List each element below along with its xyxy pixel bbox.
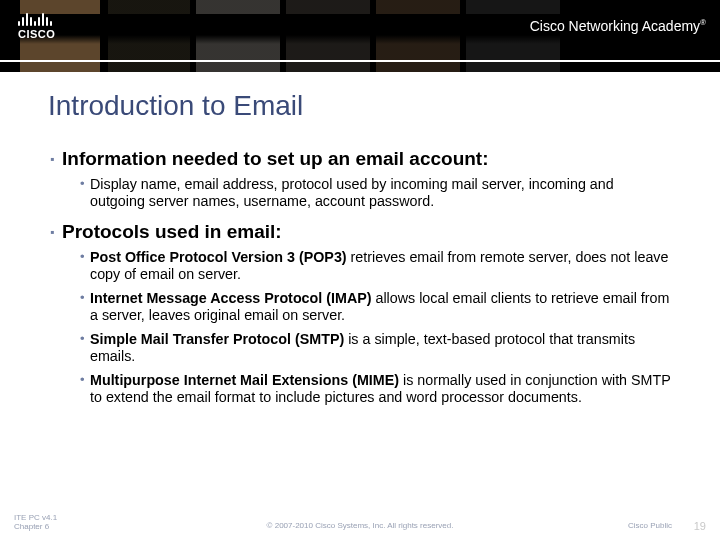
brand-title: Cisco Networking Academy® <box>530 18 706 34</box>
list-item: •Multipurpose Internet Mail Extensions (… <box>80 372 672 407</box>
section-heading-text: Information needed to set up an email ac… <box>62 148 489 169</box>
bullet-lead: Internet Message Access Protocol (IMAP) <box>90 290 372 306</box>
bullet-list: •Display name, email address, protocol u… <box>48 176 672 211</box>
bullet-lead: Post Office Protocol Version 3 (POP3) <box>90 249 347 265</box>
dot-bullet-icon: • <box>80 249 85 265</box>
brand-text: Cisco Networking Academy <box>530 18 700 34</box>
cisco-logo: CISCO <box>18 10 55 40</box>
list-item: •Simple Mail Transfer Protocol (SMTP) is… <box>80 331 672 366</box>
slide-footer: ITE PC v4.1 Chapter 6 © 2007-2010 Cisco … <box>0 514 720 540</box>
dot-bullet-icon: • <box>80 331 85 347</box>
brand-trademark: ® <box>700 18 706 27</box>
dot-bullet-icon: • <box>80 176 85 192</box>
square-bullet-icon: ▪ <box>50 225 62 239</box>
section-heading: ▪Protocols used in email: <box>50 221 672 243</box>
bullet-list: •Post Office Protocol Version 3 (POP3) r… <box>48 249 672 407</box>
slide-content: Introduction to Email ▪Information neede… <box>0 72 720 406</box>
list-item: •Internet Message Access Protocol (IMAP)… <box>80 290 672 325</box>
slide-title: Introduction to Email <box>48 90 672 122</box>
bullet-text: Display name, email address, protocol us… <box>90 176 614 209</box>
bullet-lead: Multipurpose Internet Mail Extensions (M… <box>90 372 399 388</box>
cisco-bars-icon <box>18 10 55 26</box>
dot-bullet-icon: • <box>80 290 85 306</box>
footer-copyright: © 2007-2010 Cisco Systems, Inc. All righ… <box>0 521 720 530</box>
slide-header: CISCO Cisco Networking Academy® <box>0 0 720 72</box>
square-bullet-icon: ▪ <box>50 152 62 166</box>
page-number: 19 <box>694 520 706 532</box>
section-heading: ▪Information needed to set up an email a… <box>50 148 672 170</box>
bullet-lead: Simple Mail Transfer Protocol (SMTP) <box>90 331 344 347</box>
footer-classification: Cisco Public <box>628 521 672 530</box>
section-account-info: ▪Information needed to set up an email a… <box>48 148 672 211</box>
section-heading-text: Protocols used in email: <box>62 221 282 242</box>
list-item: •Post Office Protocol Version 3 (POP3) r… <box>80 249 672 284</box>
header-divider <box>0 60 720 62</box>
cisco-logo-text: CISCO <box>18 28 55 40</box>
dot-bullet-icon: • <box>80 372 85 388</box>
section-protocols: ▪Protocols used in email: •Post Office P… <box>48 221 672 407</box>
list-item: •Display name, email address, protocol u… <box>80 176 672 211</box>
